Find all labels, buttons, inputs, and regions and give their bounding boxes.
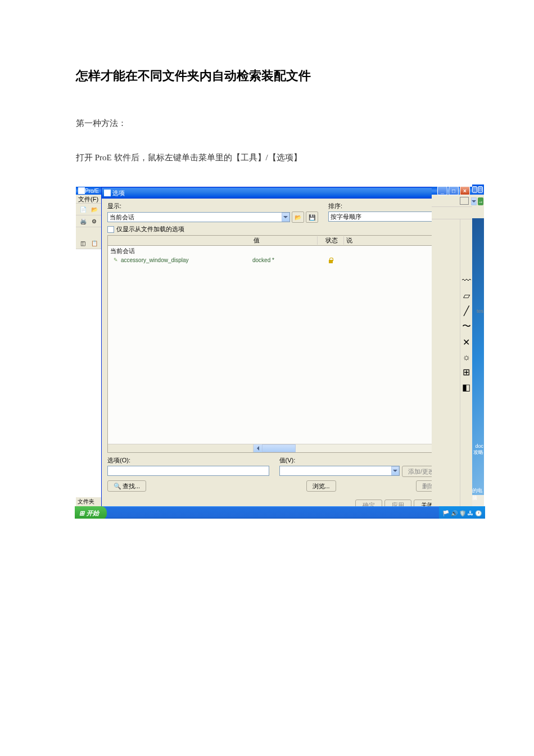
- tray-shield-icon[interactable]: 🛡️: [459, 510, 466, 516]
- col-status-header[interactable]: 状态: [318, 236, 344, 245]
- desktop-label-1: tes: [477, 308, 483, 314]
- display-label: 显示:: [107, 202, 318, 210]
- app-icon: [78, 187, 85, 194]
- proe-toolbar-2: 🖨️ ⚙: [76, 215, 101, 227]
- tool-light-icon[interactable]: ☼: [462, 352, 470, 362]
- section-label: 当前会话: [108, 246, 440, 256]
- options-dialog: 选项 × 显示: 当前会话: [101, 187, 447, 516]
- maximize-icon[interactable]: □: [449, 186, 459, 195]
- minimize-icon[interactable]: _: [437, 186, 447, 195]
- new-icon[interactable]: 📄: [78, 204, 88, 214]
- option-label: 选项(O):: [107, 456, 269, 465]
- proe-menubar[interactable]: 文件(F): [76, 195, 101, 204]
- proe-right-edge: _ □ × 〰 ▱ ╱ 〜 ✕: [432, 187, 472, 519]
- proe-left-panel: Pro/E 文件(F) 📄 📂 🖨️ ⚙ ◫ 📋: [76, 187, 101, 519]
- proe-statusbar: 文件夹树: [76, 497, 101, 506]
- dropdown-icon[interactable]: [471, 197, 477, 205]
- windows-logo-icon: ⊞: [79, 510, 84, 517]
- filter-label: 仅显示从文件加载的选项: [116, 225, 184, 233]
- right-toolbar: 〰 ▱ ╱ 〜 ✕ ☼ ⊞ ◧: [460, 219, 472, 506]
- window-close-icon[interactable]: ×: [460, 186, 470, 195]
- tool-dim-icon[interactable]: ✕: [463, 337, 470, 348]
- proe-toolbar-1: 📄 📂: [76, 204, 101, 215]
- tray-clock-icon[interactable]: 🕐: [475, 510, 482, 516]
- screenshot: Pro/E 文件(F) 📄 📂 🖨️ ⚙ ◫ 📋: [76, 187, 472, 519]
- scroll-left[interactable]: [254, 444, 262, 452]
- system-tray[interactable]: 🏳️ 🔊 🛡️ 🖧 🕐: [439, 506, 485, 519]
- desktop-label-2: doc: [475, 443, 483, 449]
- paragraph-2: 打开 ProE 软件后，鼠标左键单击菜单里的【工具】/【选项】: [76, 152, 458, 163]
- option-row[interactable]: accessory_window_display docked *: [108, 256, 440, 264]
- value-input[interactable]: [279, 466, 400, 476]
- display-dropdown[interactable]: 当前会话: [107, 212, 290, 222]
- tree-icon-1[interactable]: ◫: [78, 238, 88, 248]
- desktop-label-4: 的电脑: [472, 487, 483, 502]
- tray-flag-icon[interactable]: 🏳️: [442, 510, 449, 516]
- open-config-button[interactable]: [292, 212, 304, 223]
- doc-title: 怎样才能在不同文件夹内自动检索装配文件: [76, 68, 458, 84]
- desktop-right-edge: _ □ → tes doc 攻略 的电脑: [472, 184, 484, 515]
- col-desc-header[interactable]: 说: [344, 236, 440, 245]
- sort-label: 排序:: [328, 202, 441, 210]
- tool-icon[interactable]: ⚙: [89, 216, 99, 226]
- paragraph-1: 第一种方法：: [76, 118, 458, 129]
- tool-pattern-icon[interactable]: ⊞: [463, 367, 470, 377]
- option-name: accessory_window_display: [108, 257, 251, 263]
- scroll-thumb-h[interactable]: [262, 444, 296, 452]
- dialog-title: 选项: [112, 189, 125, 197]
- tool-line-icon[interactable]: ╱: [464, 305, 469, 316]
- option-input[interactable]: [107, 466, 269, 476]
- browse-button[interactable]: 浏览...: [306, 480, 336, 492]
- filter-checkbox[interactable]: [107, 226, 114, 233]
- desktop-label-3: 攻略: [473, 449, 483, 456]
- proe-folder-tree: [76, 249, 101, 505]
- options-body[interactable]: 当前会话 accessory_window_display docked *: [108, 246, 440, 444]
- save-config-button[interactable]: [306, 212, 318, 223]
- tree-icon-2[interactable]: 📋: [89, 238, 99, 248]
- col-value-header[interactable]: 值: [251, 236, 318, 245]
- panel-icon[interactable]: [460, 197, 469, 205]
- horizontal-scrollbar[interactable]: [108, 444, 440, 452]
- windows-taskbar: ⊞ 开始 🏳️ 🔊 🛡️ 🖧 🕐: [75, 506, 485, 519]
- tool-sketch-icon[interactable]: 〰: [462, 276, 471, 286]
- proe-tree-toolbar: ◫ 📋: [76, 237, 101, 249]
- option-status: [318, 258, 344, 263]
- tool-curve-icon[interactable]: 〜: [462, 321, 471, 332]
- go-icon[interactable]: →: [478, 197, 483, 205]
- dialog-icon: [104, 190, 111, 196]
- sort-dropdown[interactable]: 按字母顺序: [328, 212, 441, 222]
- options-table: 值 状态 说 当前会话 accessory_window_display doc…: [107, 235, 441, 453]
- tool-mirror-icon[interactable]: ◧: [462, 382, 470, 393]
- value-label: 值(V):: [279, 456, 441, 465]
- find-button[interactable]: 🔍查找...: [107, 480, 146, 492]
- start-button[interactable]: ⊞ 开始: [75, 506, 107, 519]
- lock-icon: [328, 258, 333, 263]
- tray-network-icon[interactable]: 🖧: [468, 510, 473, 516]
- proe-title: Pro/E: [85, 188, 99, 194]
- tool-rect-icon[interactable]: ▱: [463, 290, 470, 301]
- open-icon[interactable]: 📂: [89, 204, 99, 214]
- option-value: docked *: [251, 257, 318, 263]
- desktop-minimize-icon[interactable]: _: [472, 186, 477, 193]
- dialog-titlebar: 选项 ×: [102, 187, 446, 199]
- print-icon[interactable]: 🖨️: [78, 216, 88, 226]
- tray-sound-icon[interactable]: 🔊: [451, 510, 458, 516]
- desktop-max-icon[interactable]: □: [478, 186, 483, 193]
